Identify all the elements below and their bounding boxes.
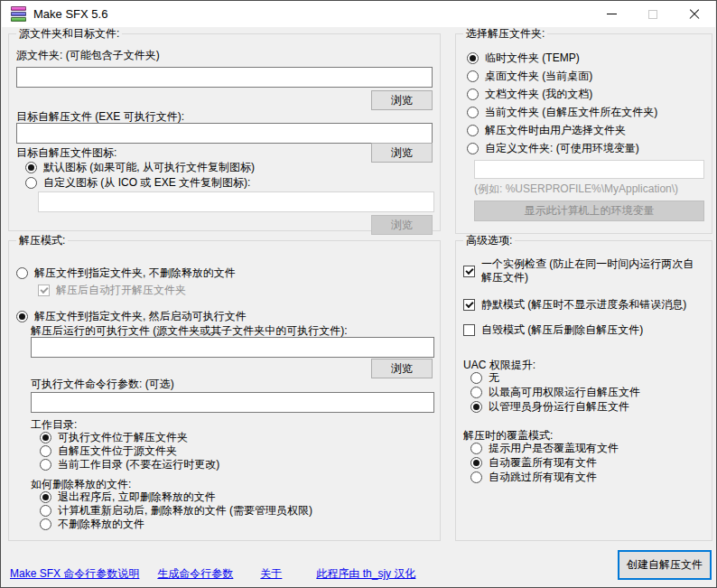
radio-icon [25, 162, 37, 173]
radio-current-folder[interactable]: 当前文件夹 (自解压文件所在文件夹) [467, 106, 704, 119]
radio-icon [25, 177, 37, 189]
radio-delete-on-reboot-label: 计算机重新启动后, 删除释放的文件 (需要管理员权限) [58, 504, 312, 518]
browse-target-button[interactable]: 浏览 [371, 143, 433, 163]
radio-documents-folder[interactable]: 文档文件夹 (我的文档) [467, 88, 704, 101]
radio-desktop-folder[interactable]: 桌面文件夹 (当前桌面) [467, 70, 704, 83]
radio-workdir-source-folder[interactable]: 自解压文件位于源文件夹 [40, 444, 433, 458]
make-sfx-window: Make SFX 5.6 源文件夹和目标文件: 源文件夹: (可能包含子文件夹)… [0, 0, 717, 588]
radio-temp-folder-label: 临时文件夹 (TEMP) [485, 51, 580, 65]
link-generate-cmdline[interactable]: 生成命令行参数 [157, 567, 233, 581]
radio-uac-none[interactable]: 无 [470, 371, 704, 386]
group-extract-mode: 解压模式: 解压文件到指定文件夹, 不删除释放的文件 解压后自动打开解压文件夹 … [8, 240, 441, 541]
icon-section-label: 目标自解压文件图标: [16, 146, 116, 159]
radio-icon [40, 518, 51, 530]
radio-delete-on-exit[interactable]: 退出程序后, 立即删除释放的文件 [40, 490, 433, 504]
uac-label: UAC 权限提升: [463, 359, 704, 371]
radio-icon [467, 143, 479, 154]
close-icon [689, 9, 700, 20]
radio-icon [467, 107, 479, 118]
app-icon [11, 6, 26, 22]
radio-uac-admin[interactable]: 以管理员身份运行自解压文件 [470, 400, 704, 415]
radio-default-icon-label: 默认图标 (如果可能, 从可执行文件复制图标) [43, 161, 255, 174]
checkbox-icon [463, 324, 475, 336]
radio-custom-icon[interactable]: 自定义图标 (从 ICO 或 EXE 文件复制图标): [25, 176, 433, 190]
radio-temp-folder[interactable]: 临时文件夹 (TEMP) [467, 51, 704, 65]
radio-uac-highest-label: 以最高可用权限运行自解压文件 [489, 386, 640, 399]
radio-overwrite-prompt[interactable]: 提示用户是否覆盖现有文件 [470, 442, 704, 456]
radio-icon [16, 311, 28, 322]
radio-delete-on-exit-label: 退出程序后, 立即删除释放的文件 [58, 490, 216, 504]
radio-extract-and-run[interactable]: 解压文件到指定文件夹, 然后启动可执行文件 [16, 310, 433, 323]
radio-default-icon[interactable]: 默认图标 (如果可能, 从可执行文件复制图标) [25, 161, 433, 174]
maximize-icon [648, 10, 657, 19]
radio-icon [470, 443, 482, 454]
run-exe-input[interactable] [31, 337, 434, 358]
cmdline-input[interactable] [31, 392, 434, 413]
radio-overwrite-prompt-label: 提示用户是否覆盖现有文件 [489, 442, 619, 455]
radio-documents-folder-label: 文档文件夹 (我的文档) [485, 88, 592, 101]
radio-overwrite-skip[interactable]: 自动跳过所有现有文件 [470, 471, 704, 485]
checkbox-self-destruct[interactable]: 自毁模式 (解压后删除自解压文件) [463, 323, 704, 337]
radio-user-chooses-folder[interactable]: 解压文件时由用户选择文件夹 [467, 124, 704, 137]
radio-icon [467, 125, 479, 136]
radio-custom-folder-label: 自定义文件夹: (可使用环境变量) [485, 142, 639, 155]
show-env-vars-button: 显示此计算机上的环境变量 [474, 201, 704, 221]
radio-current-folder-label: 当前文件夹 (自解压文件所在文件夹) [485, 106, 657, 119]
radio-overwrite-all[interactable]: 自动覆盖所有现有文件 [470, 456, 704, 471]
radio-overwrite-skip-label: 自动跳过所有现有文件 [489, 471, 597, 484]
close-button[interactable] [674, 1, 715, 27]
radio-extract-and-run-label: 解压文件到指定文件夹, 然后启动可执行文件 [34, 310, 247, 323]
browse-source-button[interactable]: 浏览 [371, 90, 433, 110]
radio-icon [40, 432, 51, 443]
browse-run-exe-button[interactable]: 浏览 [371, 359, 433, 378]
maximize-button [632, 1, 674, 27]
radio-uac-highest[interactable]: 以最高可用权限运行自解压文件 [470, 386, 704, 400]
group-extract-folder: 选择解压文件夹: 临时文件夹 (TEMP) 桌面文件夹 (当前桌面) 文档文件夹… [455, 33, 712, 234]
radio-icon [470, 401, 482, 413]
group-extract-mode-title: 解压模式: [16, 234, 68, 247]
target-exe-input[interactable] [16, 123, 433, 144]
checkbox-icon [463, 266, 475, 277]
cmdline-label: 可执行文件命令行参数: (可选) [31, 378, 433, 390]
workdir-label: 工作目录: [31, 418, 433, 431]
checkbox-silent-mode-label: 静默模式 (解压时不显示进度条和错误消息) [481, 298, 686, 312]
radio-user-chooses-folder-label: 解压文件时由用户选择文件夹 [485, 124, 626, 137]
link-about[interactable]: 关于 [260, 567, 282, 581]
radio-overwrite-all-label: 自动覆盖所有现有文件 [489, 456, 597, 470]
radio-icon [467, 52, 479, 64]
checkbox-self-destruct-label: 自毁模式 (解压后删除自解压文件) [481, 323, 643, 337]
delete-mode-label: 如何删除释放的文件: [31, 478, 433, 490]
radio-workdir-source-folder-label: 自解压文件位于源文件夹 [58, 444, 177, 458]
browse-icon-button: 浏览 [371, 215, 433, 235]
radio-icon [40, 505, 51, 517]
radio-icon [40, 491, 51, 503]
radio-extract-only[interactable]: 解压文件到指定文件夹, 不删除释放的文件 [16, 266, 433, 280]
create-sfx-button[interactable]: 创建自解压文件 [618, 550, 712, 580]
group-extract-folder-title: 选择解压文件夹: [463, 27, 547, 41]
checkbox-single-instance[interactable]: 一个实例检查 (防止在同一时间内运行两次自解压文件) [463, 257, 704, 285]
link-translator-credit[interactable]: 此程序由 th_sjy 汉化 [316, 567, 415, 581]
radio-workdir-current-label: 当前工作目录 (不要在运行时更改) [58, 458, 219, 471]
radio-icon [470, 372, 482, 384]
checkbox-single-instance-label: 一个实例检查 (防止在同一时间内运行两次自解压文件) [481, 257, 704, 285]
footer-links: Make SFX 命令行参数说明 生成命令行参数 关于 此程序由 th_sjy … [10, 567, 415, 581]
radio-no-delete[interactable]: 不删除释放的文件 [40, 518, 433, 531]
custom-folder-input [474, 160, 704, 179]
radio-icon [40, 445, 51, 457]
group-advanced-title: 高级选项: [463, 234, 515, 247]
radio-workdir-extract-folder[interactable]: 可执行文件位于解压文件夹 [40, 431, 433, 444]
radio-delete-on-reboot[interactable]: 计算机重新启动后, 删除释放的文件 (需要管理员权限) [40, 504, 433, 518]
source-folder-input[interactable] [16, 67, 433, 88]
checkbox-silent-mode[interactable]: 静默模式 (解压时不显示进度条和错误消息) [463, 298, 704, 312]
source-folder-label: 源文件夹: (可能包含子文件夹) [16, 49, 433, 61]
minimize-icon [607, 14, 617, 14]
target-exe-label: 目标自解压文件 (EXE 可执行文件): [16, 110, 433, 123]
radio-workdir-current[interactable]: 当前工作目录 (不要在运行时更改) [40, 458, 433, 471]
radio-custom-folder[interactable]: 自定义文件夹: (可使用环境变量) [467, 142, 704, 155]
checkbox-open-folder-after: 解压后自动打开解压文件夹 [38, 284, 433, 297]
custom-icon-path-input [38, 191, 434, 212]
link-cmdline-help[interactable]: Make SFX 命令行参数说明 [10, 567, 139, 581]
radio-icon [470, 471, 482, 483]
radio-desktop-folder-label: 桌面文件夹 (当前桌面) [485, 70, 592, 83]
minimize-button[interactable] [591, 1, 632, 27]
